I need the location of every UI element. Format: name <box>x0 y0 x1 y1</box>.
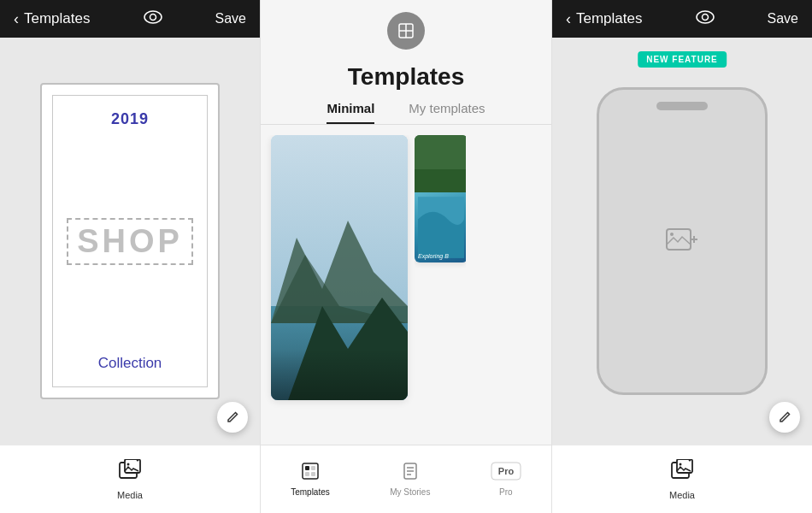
center-pro-label: Pro <box>499 487 513 497</box>
svg-rect-14 <box>415 169 466 192</box>
left-media-tab[interactable]: Media <box>117 459 143 500</box>
svg-rect-17 <box>305 466 309 470</box>
svg-rect-18 <box>311 466 315 470</box>
template-card-1[interactable] <box>271 135 408 400</box>
left-media-icon <box>118 459 142 486</box>
left-header-title[interactable]: Templates <box>24 10 90 27</box>
svg-point-0 <box>144 11 162 23</box>
left-header-left: ‹ Templates <box>14 10 90 28</box>
add-image-icon <box>663 222 701 260</box>
center-tab-my-stories[interactable]: My Stories <box>390 462 430 497</box>
my-stories-icon <box>401 462 420 485</box>
right-canvas-area: NEW FEATURE <box>552 38 812 445</box>
right-bottom-bar: Media <box>552 445 812 513</box>
template-2-top-image <box>415 135 466 192</box>
user-avatar <box>387 12 425 50</box>
templates-grid: Exploring B <box>261 135 551 445</box>
center-tab-pro[interactable]: Pro Pro <box>491 462 521 497</box>
center-panel: Templates Minimal My templates <box>261 0 551 513</box>
svg-point-4 <box>127 463 130 465</box>
left-canvas-area: 2019 SHOP Collection <box>0 38 260 445</box>
svg-point-1 <box>150 14 156 20</box>
template-col-right: Exploring B <box>415 135 466 445</box>
svg-rect-20 <box>311 472 315 476</box>
svg-point-32 <box>670 233 674 236</box>
svg-text:Pro: Pro <box>498 466 515 476</box>
center-top-avatar-area <box>261 0 551 56</box>
right-media-label: Media <box>669 490 695 500</box>
left-panel: ‹ Templates Save 2019 SHOP Collection <box>0 0 261 513</box>
pro-icon: Pro <box>491 462 521 485</box>
svg-point-28 <box>702 14 708 20</box>
left-back-chevron-icon[interactable]: ‹ <box>14 10 19 28</box>
template-card-2[interactable]: Exploring B <box>415 135 466 262</box>
center-bottom-bar: Templates My Stories Pro Pro <box>261 445 551 513</box>
right-eye-icon[interactable] <box>696 10 715 28</box>
svg-point-27 <box>697 11 714 23</box>
left-save-button[interactable]: Save <box>215 11 246 27</box>
center-page-title: Templates <box>261 56 551 101</box>
right-edit-fab[interactable] <box>769 402 800 433</box>
template-1-image <box>271 135 408 400</box>
right-save-button[interactable]: Save <box>768 11 798 27</box>
canvas-card: 2019 SHOP Collection <box>40 83 220 399</box>
right-media-icon <box>670 459 694 486</box>
svg-rect-19 <box>305 472 309 476</box>
center-my-stories-label: My Stories <box>390 487 430 497</box>
new-feature-badge: NEW FEATURE <box>638 51 727 68</box>
right-back-chevron-icon[interactable]: ‹ <box>566 10 571 28</box>
svg-rect-16 <box>303 463 318 479</box>
tab-minimal[interactable]: Minimal <box>327 101 374 124</box>
canvas-shop-text[interactable]: SHOP <box>67 218 193 265</box>
right-panel: ‹ Templates Save NEW FEATURE <box>551 0 812 513</box>
center-tab-templates[interactable]: Templates <box>291 462 330 497</box>
right-header: ‹ Templates Save <box>552 0 812 38</box>
phone-mockup <box>597 87 768 395</box>
left-eye-icon[interactable] <box>144 10 162 28</box>
tab-my-templates[interactable]: My templates <box>409 101 485 124</box>
center-templates-label: Templates <box>291 487 330 497</box>
left-media-label: Media <box>117 490 143 500</box>
left-bottom-bar: Media <box>0 445 260 513</box>
template-2-bottom-image: Exploring B <box>415 192 466 262</box>
svg-rect-29 <box>667 229 691 250</box>
right-media-tab[interactable]: Media <box>669 459 695 500</box>
templates-icon <box>301 462 320 485</box>
canvas-year: 2019 <box>111 110 149 128</box>
right-header-title[interactable]: Templates <box>576 10 642 27</box>
exploring-text: Exploring B <box>418 253 449 259</box>
svg-point-35 <box>680 463 682 465</box>
center-tabs-row: Minimal My templates <box>261 101 551 125</box>
left-edit-fab[interactable] <box>217 402 248 433</box>
right-header-left: ‹ Templates <box>566 10 642 28</box>
canvas-collection-text: Collection <box>98 355 162 372</box>
left-header: ‹ Templates Save <box>0 0 260 38</box>
